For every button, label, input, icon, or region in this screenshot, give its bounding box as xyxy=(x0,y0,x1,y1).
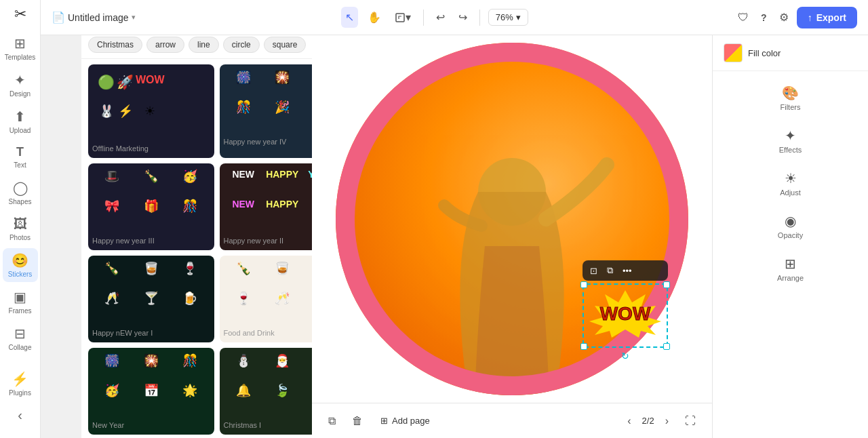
left-sidebar: ✂ ⊞ Templates ✦ Design ⬆ Upload T Text ◯… xyxy=(0,0,41,438)
effects-tool[interactable]: ✦ Effects xyxy=(718,121,863,161)
opacity-tool[interactable]: ◉ Opacity xyxy=(718,206,863,246)
wow-copy-btn[interactable]: ⧉ xyxy=(604,263,616,278)
upload-icon: ⬆ xyxy=(14,108,26,125)
fill-color-label: Fill color xyxy=(748,48,781,58)
delete-page-btn[interactable]: 🗑 xyxy=(347,411,368,431)
girl-silhouette xyxy=(397,111,627,395)
title-caret: ▾ xyxy=(132,13,136,22)
zoom-caret: ▾ xyxy=(516,12,521,22)
rotate-handle[interactable]: ↻ xyxy=(621,351,629,361)
photos-icon: 🖼 xyxy=(14,216,27,232)
hny3-label: Happy new year III xyxy=(88,237,214,247)
resize-handle-tr[interactable] xyxy=(663,281,670,288)
next-page-btn[interactable]: › xyxy=(660,412,674,430)
shapes-icon: ◯ xyxy=(13,180,28,196)
add-page-btn[interactable]: ⊞ Add page xyxy=(374,412,437,430)
header-left: 📄 Untitled image ▾ xyxy=(52,11,136,24)
hny1-label: Happy nEW year I xyxy=(88,329,214,340)
select-tool-btn[interactable]: ↖ xyxy=(341,7,358,28)
sticker-box-hny1[interactable]: 🍾 🥃 🍷 🥂 🍸 🍺 Happy nEW year I xyxy=(88,256,214,342)
tag-square[interactable]: square xyxy=(264,37,307,53)
offline-label: Offline Marketing xyxy=(88,144,214,155)
prev-page-btn[interactable]: ‹ xyxy=(622,412,636,430)
resize-handle-bl[interactable] xyxy=(580,343,587,350)
tag-line[interactable]: line xyxy=(189,37,219,53)
export-label: Export xyxy=(816,12,846,23)
arrange-tool[interactable]: ⊞ Arrange xyxy=(718,249,863,289)
sticker-row-4: 🎆 🎇 🎊 🥳 📅 🌟 New Year ⛄ 🎅 🎩 🔔 🍃 ⭐ xyxy=(88,348,345,435)
sidebar-item-label: Collage xyxy=(9,344,32,351)
bottom-bar: ⧉ 🗑 ⊞ Add page ‹ 2/2 › ⛶ xyxy=(312,403,712,438)
undo-btn[interactable]: ↩ xyxy=(432,7,449,28)
sidebar-item-shapes[interactable]: ◯ Shapes xyxy=(3,176,38,210)
sticker-row-2: 🎩 🍾 🥳 🎀 🎁 🎊 Happy new year III NEW HAPPY… xyxy=(88,163,345,250)
redo-btn[interactable]: ↪ xyxy=(454,7,471,28)
sidebar-item-text[interactable]: T Text xyxy=(3,141,38,173)
design-icon: ✦ xyxy=(14,72,26,88)
help-btn[interactable]: ? xyxy=(757,8,771,27)
wow-sticker-wrapper[interactable]: ⊡ ⧉ ••• WOW ↻ xyxy=(583,260,668,348)
chevron-icon: ‹ xyxy=(18,407,22,423)
settings-btn[interactable]: ⚙ xyxy=(775,7,793,28)
zoom-level: 76% xyxy=(496,12,513,22)
title-text: Untitled image xyxy=(68,12,129,23)
sidebar-item-label: Plugins xyxy=(9,389,31,397)
sidebar-item-label: Stickers xyxy=(8,271,33,278)
sidebar-item-stickers[interactable]: 😊 Stickers xyxy=(3,248,38,282)
wow-more-btn[interactable]: ••• xyxy=(619,264,635,278)
sticker-box-newyear[interactable]: 🎆 🎇 🎊 🥳 📅 🌟 New Year xyxy=(88,348,214,435)
sidebar-item-frames[interactable]: ▣ Frames xyxy=(3,285,38,319)
canvas-container: ⊡ ⧉ ••• WOW ↻ xyxy=(312,35,712,403)
sidebar-item-plugins[interactable]: ⚡ Plugins xyxy=(3,367,38,401)
wow-sticker-box[interactable]: WOW ↻ xyxy=(583,283,668,348)
app-logo: ✂ xyxy=(14,5,26,23)
resize-handle-tl[interactable] xyxy=(580,281,587,288)
arrange-icon: ⊞ xyxy=(785,256,796,272)
filters-tool[interactable]: 🎨 Filters xyxy=(718,78,863,118)
sticker-box-hny3[interactable]: 🎩 🍾 🥳 🎀 🎁 🎊 Happy new year III xyxy=(88,163,214,250)
sidebar-item-collapse[interactable]: ‹ xyxy=(3,403,38,427)
sidebar-item-label: Shapes xyxy=(9,198,32,205)
header-center: ↖ ✋ ▾ ↩ ↪ 76% ▾ xyxy=(141,7,729,28)
divider2 xyxy=(479,9,480,26)
document-title[interactable]: 📄 Untitled image ▾ xyxy=(52,11,136,24)
copy-page-btn[interactable]: ⧉ xyxy=(323,411,341,431)
wow-resize-btn[interactable]: ⊡ xyxy=(587,264,601,278)
sidebar-item-templates[interactable]: ⊞ Templates xyxy=(3,31,38,65)
wow-sticker-svg: WOW xyxy=(588,289,663,340)
sticker-box-offline[interactable]: 🟢 🚀 WOW 🐰 ⚡ ☀ Offline Marketing xyxy=(88,64,214,158)
fill-color-swatch[interactable] xyxy=(724,43,743,62)
sidebar-item-label: Templates xyxy=(5,54,36,61)
sidebar-item-photos[interactable]: 🖼 Photos xyxy=(3,212,38,245)
adjust-tool[interactable]: ☀ Adjust xyxy=(718,163,863,203)
sidebar-item-upload[interactable]: ⬆ Upload xyxy=(3,104,38,138)
add-page-icon: ⊞ xyxy=(380,416,388,426)
sidebar-item-design[interactable]: ✦ Design xyxy=(3,68,38,102)
add-page-label: Add page xyxy=(392,416,430,426)
header-right: 🛡 ? ⚙ ↑ Export xyxy=(734,7,857,28)
tag-circle[interactable]: circle xyxy=(223,37,260,53)
frames-icon: ▣ xyxy=(14,289,26,305)
shield-btn[interactable]: 🛡 xyxy=(734,7,753,28)
sticker-row-3: 🍾 🥃 🍷 🥂 🍸 🍺 Happy nEW year I 🍾 🥃 🥤 🍷 🥂 xyxy=(88,256,345,342)
tag-arrow[interactable]: arrow xyxy=(146,37,184,53)
export-btn[interactable]: ↑ Export xyxy=(797,7,857,28)
adjust-label: Adjust xyxy=(780,188,801,197)
wow-toolbar: ⊡ ⧉ ••• xyxy=(583,260,668,281)
resize-tool-btn[interactable]: ▾ xyxy=(391,7,415,28)
hand-tool-btn[interactable]: ✋ xyxy=(363,7,385,28)
tag-christmas[interactable]: Christmas xyxy=(88,37,142,53)
fullscreen-btn[interactable]: ⛶ xyxy=(679,411,701,431)
right-panel: Fill color 🎨 Filters ✦ Effects ☀ Adjust … xyxy=(712,35,868,438)
page-indicator: 2/2 xyxy=(642,416,654,426)
sidebar-item-label: Photos xyxy=(9,234,31,241)
arrange-label: Arrange xyxy=(777,274,804,282)
sidebar-item-collage[interactable]: ⊟ Collage xyxy=(3,321,38,355)
export-icon: ↑ xyxy=(808,12,812,23)
resize-handle-br[interactable] xyxy=(663,343,670,350)
page-nav: ‹ 2/2 › ⛶ xyxy=(622,411,701,431)
zoom-btn[interactable]: 76% ▾ xyxy=(488,9,528,26)
plugins-icon: ⚡ xyxy=(12,371,28,387)
main-area: Page 2 ⧉ ••• xyxy=(312,35,712,403)
adjust-icon: ☀ xyxy=(785,170,797,186)
